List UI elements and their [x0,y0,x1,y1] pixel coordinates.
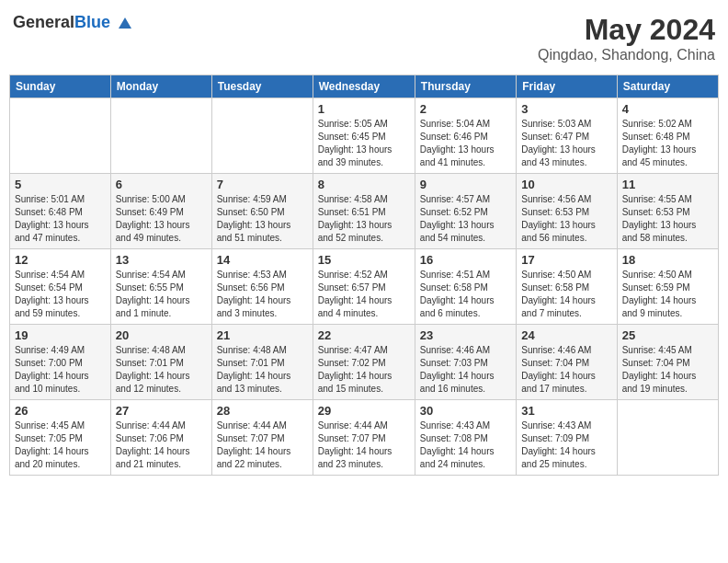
calendar-cell: 20Sunrise: 4:48 AMSunset: 7:01 PMDayligh… [110,325,211,400]
calendar-cell: 30Sunrise: 4:43 AMSunset: 7:08 PMDayligh… [415,400,516,476]
calendar-cell: 8Sunrise: 4:58 AMSunset: 6:51 PMDaylight… [313,174,415,249]
calendar-cell: 2Sunrise: 5:04 AMSunset: 6:46 PMDaylight… [415,98,516,174]
calendar-cell: 29Sunrise: 4:44 AMSunset: 7:07 PMDayligh… [313,400,415,476]
calendar-cell: 18Sunrise: 4:50 AMSunset: 6:59 PMDayligh… [617,249,718,325]
calendar-cell: 13Sunrise: 4:54 AMSunset: 6:55 PMDayligh… [110,249,211,325]
calendar-cell: 21Sunrise: 4:48 AMSunset: 7:01 PMDayligh… [211,325,313,400]
calendar-cell: 26Sunrise: 4:45 AMSunset: 7:05 PMDayligh… [10,400,111,476]
day-info: Sunrise: 4:44 AMSunset: 7:06 PMDaylight:… [116,419,207,471]
day-number: 20 [116,328,207,342]
day-info: Sunrise: 4:49 AMSunset: 7:00 PMDaylight:… [15,344,106,396]
day-info: Sunrise: 5:04 AMSunset: 6:46 PMDaylight:… [420,118,511,169]
day-info: Sunrise: 4:48 AMSunset: 7:01 PMDaylight:… [217,344,308,396]
weekday-header-thursday: Thursday [415,75,516,98]
day-number: 3 [521,102,611,116]
calendar-cell: 14Sunrise: 4:53 AMSunset: 6:56 PMDayligh… [211,249,313,325]
calendar-cell: 3Sunrise: 5:03 AMSunset: 6:47 PMDaylight… [517,98,617,174]
weekday-header-tuesday: Tuesday [211,75,313,98]
day-number: 12 [15,253,106,267]
day-info: Sunrise: 4:59 AMSunset: 6:50 PMDaylight:… [217,193,308,245]
day-info: Sunrise: 4:46 AMSunset: 7:03 PMDaylight:… [420,344,511,396]
day-number: 2 [420,102,511,116]
day-info: Sunrise: 4:54 AMSunset: 6:55 PMDaylight:… [116,269,207,320]
day-number: 22 [318,328,410,342]
day-info: Sunrise: 4:57 AMSunset: 6:52 PMDaylight:… [420,193,511,245]
calendar-cell [617,400,718,476]
day-info: Sunrise: 4:56 AMSunset: 6:53 PMDaylight:… [521,193,611,245]
day-info: Sunrise: 4:45 AMSunset: 7:05 PMDaylight:… [15,419,106,471]
logo-icon [117,16,133,32]
day-info: Sunrise: 4:55 AMSunset: 6:53 PMDaylight:… [622,193,713,245]
day-number: 30 [420,404,511,418]
calendar-cell: 31Sunrise: 4:43 AMSunset: 7:09 PMDayligh… [517,400,617,476]
day-info: Sunrise: 5:03 AMSunset: 6:47 PMDaylight:… [521,118,611,169]
calendar-week-row: 26Sunrise: 4:45 AMSunset: 7:05 PMDayligh… [10,400,719,476]
month-title: May 2024 [538,13,715,47]
calendar-week-row: 1Sunrise: 5:05 AMSunset: 6:45 PMDaylight… [10,98,719,174]
weekday-header-saturday: Saturday [617,75,718,98]
day-info: Sunrise: 5:05 AMSunset: 6:45 PMDaylight:… [318,118,410,169]
calendar-cell: 10Sunrise: 4:56 AMSunset: 6:53 PMDayligh… [517,174,617,249]
day-info: Sunrise: 4:44 AMSunset: 7:07 PMDaylight:… [318,419,410,471]
day-number: 17 [521,253,611,267]
day-info: Sunrise: 4:50 AMSunset: 6:58 PMDaylight:… [521,269,611,320]
weekday-header-sunday: Sunday [10,75,111,98]
day-info: Sunrise: 4:50 AMSunset: 6:59 PMDaylight:… [622,269,713,320]
calendar-cell: 17Sunrise: 4:50 AMSunset: 6:58 PMDayligh… [517,249,617,325]
day-number: 1 [318,102,410,116]
calendar-week-row: 19Sunrise: 4:49 AMSunset: 7:00 PMDayligh… [10,325,719,400]
day-info: Sunrise: 4:58 AMSunset: 6:51 PMDaylight:… [318,193,410,245]
calendar-week-row: 5Sunrise: 5:01 AMSunset: 6:48 PMDaylight… [10,174,719,249]
calendar-cell: 4Sunrise: 5:02 AMSunset: 6:48 PMDaylight… [617,98,718,174]
day-info: Sunrise: 4:46 AMSunset: 7:04 PMDaylight:… [521,344,611,396]
day-info: Sunrise: 5:01 AMSunset: 6:48 PMDaylight:… [15,193,106,245]
day-info: Sunrise: 5:02 AMSunset: 6:48 PMDaylight:… [622,118,713,169]
day-info: Sunrise: 4:43 AMSunset: 7:09 PMDaylight:… [521,419,611,471]
day-number: 26 [15,404,106,418]
calendar-cell: 6Sunrise: 5:00 AMSunset: 6:49 PMDaylight… [110,174,211,249]
day-info: Sunrise: 5:00 AMSunset: 6:49 PMDaylight:… [116,193,207,245]
day-number: 23 [420,328,511,342]
calendar-cell: 5Sunrise: 5:01 AMSunset: 6:48 PMDaylight… [10,174,111,249]
day-number: 8 [318,178,410,191]
day-number: 10 [521,178,611,191]
day-info: Sunrise: 4:54 AMSunset: 6:54 PMDaylight:… [15,269,106,320]
page-header: GeneralBlue May 2024 Qingdao, Shandong, … [9,9,719,67]
calendar-week-row: 12Sunrise: 4:54 AMSunset: 6:54 PMDayligh… [10,249,719,325]
day-number: 18 [622,253,713,267]
calendar-cell: 12Sunrise: 4:54 AMSunset: 6:54 PMDayligh… [10,249,111,325]
day-number: 9 [420,178,511,191]
calendar-cell: 1Sunrise: 5:05 AMSunset: 6:45 PMDaylight… [313,98,415,174]
day-number: 21 [217,328,308,342]
logo: GeneralBlue [13,13,133,32]
calendar-cell: 22Sunrise: 4:47 AMSunset: 7:02 PMDayligh… [313,325,415,400]
calendar-cell [110,98,211,174]
weekday-header-wednesday: Wednesday [313,75,415,98]
day-number: 13 [116,253,207,267]
day-number: 27 [116,404,207,418]
svg-marker-0 [119,17,131,29]
calendar-cell: 16Sunrise: 4:51 AMSunset: 6:58 PMDayligh… [415,249,516,325]
day-number: 15 [318,253,410,267]
day-info: Sunrise: 4:52 AMSunset: 6:57 PMDaylight:… [318,269,410,320]
day-number: 7 [217,178,308,191]
weekday-header-friday: Friday [517,75,617,98]
calendar-cell: 24Sunrise: 4:46 AMSunset: 7:04 PMDayligh… [517,325,617,400]
day-info: Sunrise: 4:48 AMSunset: 7:01 PMDaylight:… [116,344,207,396]
logo-blue: Blue [74,13,110,31]
title-block: May 2024 Qingdao, Shandong, China [538,13,715,63]
weekday-header-row: SundayMondayTuesdayWednesdayThursdayFrid… [10,75,719,98]
calendar-cell: 19Sunrise: 4:49 AMSunset: 7:00 PMDayligh… [10,325,111,400]
calendar-table: SundayMondayTuesdayWednesdayThursdayFrid… [9,75,719,476]
location-title: Qingdao, Shandong, China [538,47,715,63]
day-number: 16 [420,253,511,267]
day-info: Sunrise: 4:45 AMSunset: 7:04 PMDaylight:… [622,344,713,396]
day-number: 28 [217,404,308,418]
logo-general: General [13,13,74,31]
calendar-cell: 15Sunrise: 4:52 AMSunset: 6:57 PMDayligh… [313,249,415,325]
day-number: 29 [318,404,410,418]
calendar-cell: 25Sunrise: 4:45 AMSunset: 7:04 PMDayligh… [617,325,718,400]
calendar-cell [211,98,313,174]
calendar-cell: 11Sunrise: 4:55 AMSunset: 6:53 PMDayligh… [617,174,718,249]
day-info: Sunrise: 4:43 AMSunset: 7:08 PMDaylight:… [420,419,511,471]
